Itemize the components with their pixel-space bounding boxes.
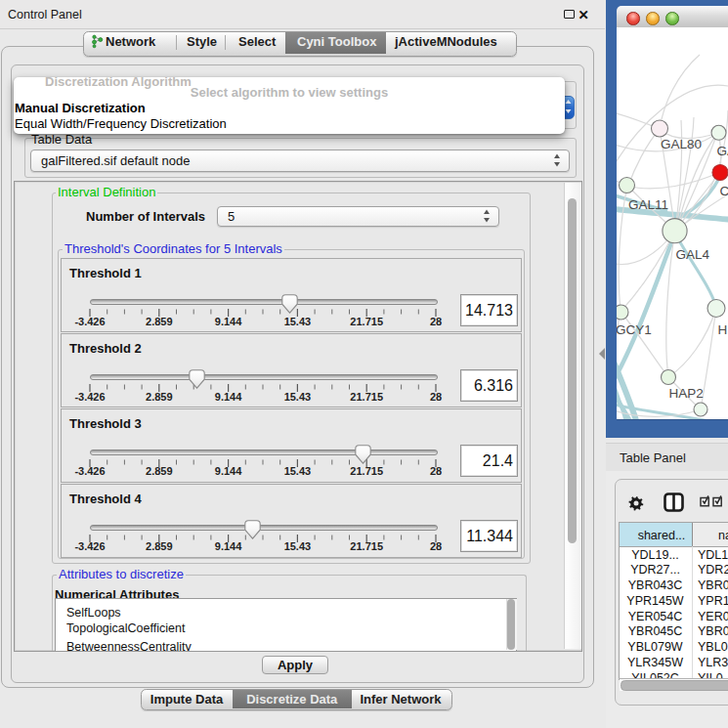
svg-text:GAL11: GAL11 <box>628 197 668 212</box>
svg-text:H: H <box>718 322 728 337</box>
svg-text:HAP2: HAP2 <box>669 386 704 401</box>
svg-text:C: C <box>720 184 728 198</box>
svg-text:GCY1: GCY1 <box>617 322 652 337</box>
svg-text:GAL4: GAL4 <box>676 247 710 262</box>
svg-text:GA: GA <box>717 144 728 158</box>
svg-text:GAL80: GAL80 <box>661 137 702 151</box>
